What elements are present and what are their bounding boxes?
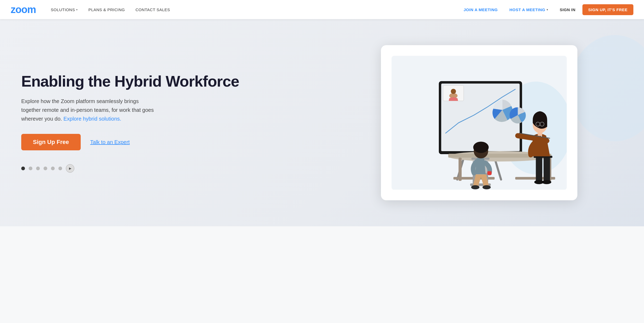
logo-text: zoom xyxy=(11,4,36,15)
nav-sign-in[interactable]: SIGN IN xyxy=(555,0,580,19)
nav-host-meeting[interactable]: HOST A MEETING ▾ xyxy=(505,0,553,19)
svg-rect-28 xyxy=(487,171,492,175)
nav-join-meeting[interactable]: JOIN A MEETING xyxy=(459,0,503,19)
svg-point-27 xyxy=(473,142,488,153)
carousel-play-button[interactable]: ▶ xyxy=(66,164,74,173)
hero-illustration xyxy=(392,56,567,190)
chevron-down-icon-host: ▾ xyxy=(547,8,548,11)
chevron-down-icon: ▾ xyxy=(76,8,78,11)
nav-signup-button[interactable]: SIGN UP, IT'S FREE xyxy=(582,4,633,15)
hero-expert-link[interactable]: Talk to an Expert xyxy=(90,139,130,145)
svg-rect-32 xyxy=(543,156,550,182)
carousel-dot-1[interactable] xyxy=(21,167,25,170)
svg-point-30 xyxy=(482,185,491,189)
carousel-dot-3[interactable] xyxy=(36,167,40,170)
hero-title: Enabling the Hybrid Workforce xyxy=(21,73,306,90)
hero-subtitle: Explore how the Zoom platform seamlessly… xyxy=(21,97,159,123)
nav-left-links: SOLUTIONS ▾ PLANS & PRICING CONTACT SALE… xyxy=(45,0,459,19)
logo[interactable]: zoom xyxy=(11,4,36,15)
hero-bg-blob xyxy=(570,35,644,141)
carousel-dots: ▶ xyxy=(21,164,306,173)
hero-section: Enabling the Hybrid Workforce Explore ho… xyxy=(0,19,644,226)
svg-rect-31 xyxy=(536,156,542,182)
carousel-dot-6[interactable] xyxy=(58,167,62,170)
nav-right-links: JOIN A MEETING HOST A MEETING ▾ SIGN IN … xyxy=(459,0,633,19)
hero-left-panel: Enabling the Hybrid Workforce Explore ho… xyxy=(0,19,322,226)
hero-right-panel xyxy=(322,19,644,226)
hero-subtitle-link[interactable]: Explore hybrid solutions. xyxy=(63,116,121,122)
svg-point-34 xyxy=(542,180,551,184)
carousel-dot-5[interactable] xyxy=(51,167,55,170)
hero-signup-button[interactable]: Sign Up Free xyxy=(21,134,81,150)
svg-point-14 xyxy=(451,89,456,94)
nav-contact-sales[interactable]: CONTACT SALES xyxy=(130,0,175,19)
hero-cta-row: Sign Up Free Talk to an Expert xyxy=(21,134,306,150)
hero-illustration-card xyxy=(381,45,577,201)
carousel-dot-4[interactable] xyxy=(44,167,47,170)
navbar: zoom SOLUTIONS ▾ PLANS & PRICING CONTACT… xyxy=(0,0,644,19)
carousel-dot-2[interactable] xyxy=(29,167,32,170)
nav-solutions[interactable]: SOLUTIONS ▾ xyxy=(45,0,83,19)
nav-plans-pricing[interactable]: PLANS & PRICING xyxy=(83,0,130,19)
svg-point-29 xyxy=(471,185,479,189)
